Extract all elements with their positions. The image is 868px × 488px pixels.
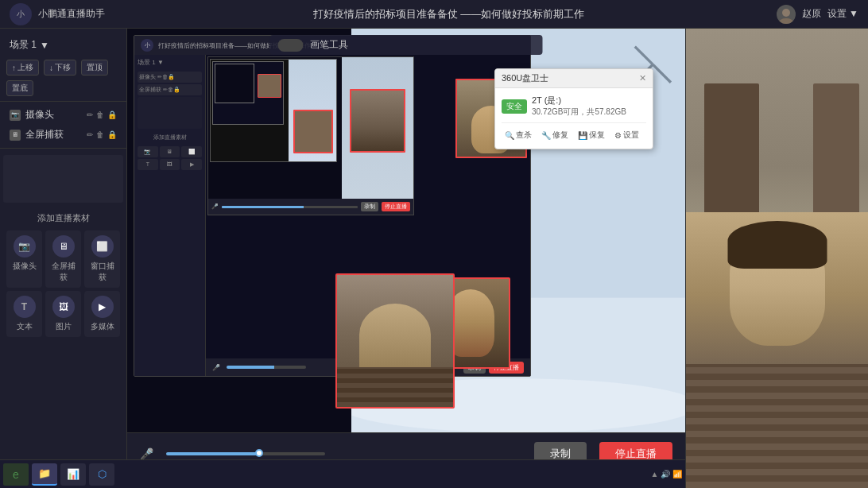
fullscreen-source-item[interactable]: 🖥 全屏捕获 ✏ 🗑 🔒 [0,125,126,145]
taskbar-sys-tray: ▲ 🔊 📶 [651,470,682,478]
add-camera-label: 摄像头 [13,261,37,272]
taskbar-sys-icons: ▲ 🔊 📶 [651,470,682,478]
add-sources-grid: 📷 摄像头 🖥 全屏捕获 ⬜ 窗口捕获 T 文本 🖼 图片 ▶ 多媒体 [0,227,126,340]
drawing-tool-label: 画笔工具 [310,38,348,52]
source-material-area [3,155,123,203]
disk-action-repair[interactable]: 🔧修复 [538,128,572,142]
live-person-face [686,212,868,488]
to-bottom-button[interactable]: 置底 [6,80,33,96]
move-down-button[interactable]: ↓下移 [44,60,76,76]
disk-action-settings[interactable]: ⚙设置 [611,128,642,142]
add-media-item[interactable]: ▶ 多媒体 [84,291,120,337]
drawing-toggle[interactable] [278,39,304,52]
disk-tool-content: 安全 2T (是:) 30.72GB可用，共57.82GB 🔍查杀 🔧修复 [495,88,653,149]
sidebar: 场景 1 ▼ ↑上移 ↓下移 置顶 置底 📷 摄像头 ✏ 🗑 🔒 [0,29,127,488]
divider-2 [0,148,126,149]
volume-thumb [255,449,263,457]
user-avatar [777,5,796,24]
fullscreen-source-icon: 🖥 [10,130,21,141]
preview-area: 画笔工具 小 打好疫情后的招标项目准备——如何做好投标前期工作 场景 1 ▼ 摄… [127,29,685,432]
settings-button[interactable]: 设置 ▼ [827,7,858,21]
webcam-face-2 [337,275,453,407]
add-window-label: 窗口捕获 [87,261,117,283]
disk-actions: 🔍查杀 🔧修复 💾保复 ⚙设置 [502,122,646,142]
disk-size: 30.72GB可用，共57.82GB [532,107,626,118]
disk-action-restore[interactable]: 💾保复 [575,128,608,142]
camera-lock-icon[interactable]: 🔒 [107,110,117,119]
fullscreen-delete-icon[interactable]: 🗑 [96,130,104,139]
add-fullscreen-icon: 🖥 [52,235,75,258]
disk-tool-close[interactable]: ✕ [639,73,646,83]
camera-source-actions: ✏ 🗑 🔒 [87,110,117,119]
divider-1 [0,101,126,102]
taskbar-ppt[interactable]: 📊 [60,463,86,486]
disk-action-scan[interactable]: 🔍查杀 [502,128,535,142]
svg-point-0 [782,9,790,17]
camera-edit-icon[interactable]: ✏ [87,110,93,119]
username-label: 赵原 [802,7,821,21]
app-logo: 小 [10,3,32,25]
add-image-icon: 🖼 [52,296,75,318]
fullscreen-lock-icon[interactable]: 🔒 [107,130,117,139]
add-source-label: 添加直播素材 [0,206,126,227]
add-text-item[interactable]: T 文本 [6,291,42,337]
add-image-label: 图片 [56,321,72,332]
camera-delete-icon[interactable]: 🗑 [96,110,104,119]
disk-tool-title: 360U盘卫士 [502,72,548,84]
svg-point-1 [779,18,793,24]
fullscreen-source-actions: ✏ 🗑 🔒 [87,130,117,139]
nested-sidebar: 场景 1 ▼ 摄像头 ✏🗑🔒 全屏捕获 ✏🗑🔒 添加直播素材 📷 🖥 ⬜ T 🖼… [134,55,206,376]
add-fullscreen-item[interactable]: 🖥 全屏捕获 [45,230,81,288]
right-panel-webcam [685,29,868,488]
taskbar-ie[interactable]: e [3,463,29,486]
taskbar-explorer[interactable]: 📁 [32,463,57,486]
mic-icon[interactable]: 🎤 [140,447,153,460]
add-text-label: 文本 [17,321,33,332]
camera-source-item[interactable]: 📷 摄像头 ✏ 🗑 🔒 [0,105,126,125]
add-media-label: 多媒体 [91,321,114,332]
add-camera-icon: 📷 [14,235,36,258]
logo-text: 小 [17,9,25,20]
live-feed [686,29,868,488]
stream-title: 打好疫情后的招标项目准备备仗 ——如何做好投标前期工作 [121,7,777,21]
add-media-icon: ▶ [91,296,114,318]
add-text-icon: T [14,296,36,318]
fullscreen-source-label: 全屏捕获 [25,128,64,141]
add-window-icon: ⬜ [91,235,114,258]
main-layout: 场景 1 ▼ ↑上移 ↓下移 置顶 置底 📷 摄像头 ✏ 🗑 🔒 [0,29,868,488]
webcam-overlay-2 [335,273,455,409]
user-area: 赵原 设置 ▼ [777,5,858,24]
volume-slider[interactable] [166,452,325,455]
to-top-button[interactable]: 置顶 [81,60,108,76]
source-toolbar: ↑上移 ↓下移 置顶 置底 [0,58,126,98]
camera-source-icon: 📷 [10,110,21,121]
drawing-toolbar: 画笔工具 [270,35,543,55]
disk-safe-badge: 安全 [502,99,527,114]
taskbar-xpeng[interactable]: ⬡ [89,463,114,486]
disk-tool-header: 360U盘卫士 ✕ [495,69,653,88]
add-camera-item[interactable]: 📷 摄像头 [6,230,42,288]
center-area: 画笔工具 小 打好疫情后的招标项目准备——如何做好投标前期工作 场景 1 ▼ 摄… [127,29,685,488]
disk-tool-popup: 360U盘卫士 ✕ 安全 2T (是:) 30.72GB可用，共57.82GB … [494,68,653,149]
titlebar: 小 小鹏通直播助手 打好疫情后的招标项目准备备仗 ——如何做好投标前期工作 赵原… [0,0,868,29]
scene-selector[interactable]: 场景 1 ▼ [0,35,126,55]
add-window-item[interactable]: ⬜ 窗口捕获 [84,230,120,288]
add-fullscreen-label: 全屏捕获 [48,261,78,283]
add-image-item[interactable]: 🖼 图片 [45,291,81,337]
fullscreen-edit-icon[interactable]: ✏ [87,130,93,139]
move-up-button[interactable]: ↑上移 [6,60,39,76]
scene-label: 场景 1 [10,38,37,52]
disk-label: 2T (是:) [532,95,626,107]
camera-source-label: 摄像头 [25,108,54,122]
disk-info-row: 安全 2T (是:) 30.72GB可用，共57.82GB [502,95,646,118]
app-name-label: 小鹏通直播助手 [38,7,105,21]
taskbar: e 📁 📊 ⬡ ▲ 🔊 📶 [0,459,685,488]
